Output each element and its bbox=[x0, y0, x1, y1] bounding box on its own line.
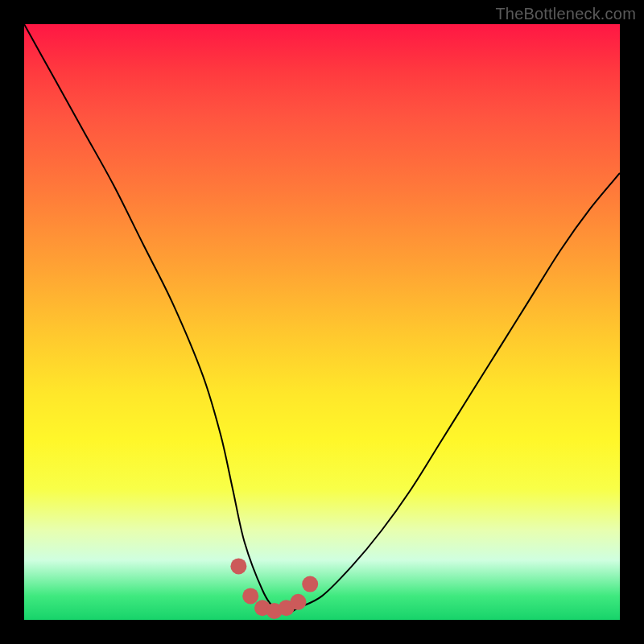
watermark-text: TheBottleneck.com bbox=[495, 5, 636, 23]
trough-marker-dot bbox=[266, 603, 283, 619]
outer-frame: TheBottleneck.com bbox=[0, 0, 644, 644]
trough-marker-dot bbox=[254, 600, 270, 616]
bottleneck-curve bbox=[24, 24, 620, 614]
trough-marker-group bbox=[230, 558, 318, 619]
trough-marker-dot bbox=[230, 558, 246, 574]
trough-marker-dot bbox=[242, 588, 258, 604]
trough-marker-dot bbox=[290, 594, 306, 610]
trough-marker-dot bbox=[302, 576, 318, 592]
trough-marker-dot bbox=[279, 600, 295, 616]
chart-svg bbox=[24, 24, 620, 620]
plot-area bbox=[24, 24, 620, 620]
